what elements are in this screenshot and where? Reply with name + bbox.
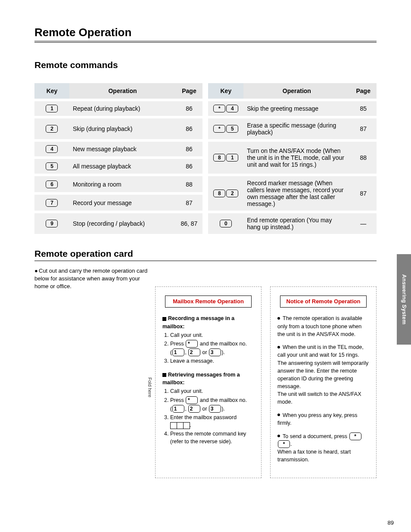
list-item: 1. Call your unit. <box>162 387 254 395</box>
key-icon: * <box>213 125 225 133</box>
key-icon: 6 <box>46 180 58 188</box>
list-item: (1, 2 or 3). <box>162 405 254 413</box>
list-item: 2. Press * and the mailbox no. <box>162 396 254 404</box>
key-icon: 8 <box>213 154 225 162</box>
list-item: 3. Leave a message. <box>162 357 254 365</box>
key-icon: 1 <box>172 405 184 413</box>
fold-here-label: Fold here <box>146 377 153 397</box>
notice-item: When the unit is in the TEL mode, call y… <box>277 343 369 406</box>
card-rule <box>34 261 377 261</box>
star-key-icon: * <box>186 396 198 404</box>
key-icon: 7 <box>46 199 58 207</box>
key-icon: 1 <box>46 105 58 112</box>
bullet-icon <box>277 346 280 348</box>
op-cell: Skip (during playback) <box>69 117 176 140</box>
key-icon: 2 <box>46 125 58 133</box>
retrieving-heading: Retrieving messages from a mailbox: <box>162 372 240 386</box>
page-cell: 85 <box>350 100 377 117</box>
key-icon: * <box>213 105 225 112</box>
page-cell: 86 <box>176 158 202 175</box>
card-note: ●Cut out and carry the remote operation … <box>34 267 151 291</box>
key-icon: 1 <box>172 348 184 356</box>
op-cell: Erase a specific message (during playbac… <box>243 117 350 140</box>
page-cell: 86 <box>176 117 202 140</box>
op-cell: Record marker message (When callers leav… <box>243 175 350 212</box>
page-cell: 86 <box>176 140 202 158</box>
page-number: 89 <box>388 520 394 526</box>
title-rule <box>34 41 377 43</box>
page-cell: 86, 87 <box>176 212 202 234</box>
op-cell: Stop (recording / playback) <box>69 212 176 234</box>
page-cell: 87 <box>350 117 377 140</box>
section-tab: Answering System <box>397 254 411 345</box>
key-icon: 1 <box>226 154 238 162</box>
op-cell: All message playback <box>69 158 176 175</box>
op-cell: End remote operation (You may hang up in… <box>243 212 350 234</box>
key-icon: 8 <box>213 190 225 197</box>
mailbox-remote-card: Fold here Mailbox Remote Operation Recor… <box>155 286 262 478</box>
th-op: Operation <box>69 83 176 100</box>
op-cell: Record your message <box>69 193 176 212</box>
commands-title: Remote commands <box>34 60 377 70</box>
password-boxes-icon <box>176 421 190 429</box>
list-item: 3. Enter the mailbox password . <box>162 414 254 429</box>
card-section-title: Remote operation card <box>34 249 377 259</box>
bullet-icon <box>277 317 280 320</box>
page-title: Remote Operation <box>34 26 377 39</box>
page-cell: 86 <box>176 100 202 117</box>
key-icon: 4 <box>46 145 58 153</box>
notice-card-title: Notice of Remote Operation <box>280 296 367 308</box>
th-op-2: Operation <box>243 83 350 100</box>
th-key: Key <box>34 83 69 100</box>
notice-item: To send a document, press **.When a fax … <box>277 432 369 464</box>
star-key-icon: * <box>278 440 290 448</box>
star-key-icon: * <box>186 340 198 348</box>
page-cell: 87 <box>176 193 202 212</box>
list-item: 1. Call your unit. <box>162 331 254 339</box>
th-page-2: Page <box>350 83 377 100</box>
square-bullet-icon <box>162 317 166 321</box>
square-bullet-icon <box>162 373 166 377</box>
key-icon: 2 <box>188 348 200 356</box>
op-cell: Turn on the ANS/FAX mode (When the unit … <box>243 140 350 175</box>
star-key-icon: * <box>349 432 361 440</box>
key-icon: 4 <box>226 105 238 112</box>
remote-commands-table: Key Operation Page Key Operation Page 1 … <box>34 83 377 234</box>
mailbox-card-title: Mailbox Remote Operation <box>165 296 252 308</box>
key-icon: 5 <box>46 162 58 170</box>
key-icon: 0 <box>220 220 232 227</box>
bullet-icon <box>277 414 280 416</box>
key-icon: 3 <box>209 348 221 356</box>
recording-heading: Recording a message in a mailbox: <box>162 315 234 329</box>
list-item: 2. Press * and the mailbox no. <box>162 340 254 348</box>
key-icon: 3 <box>209 405 221 413</box>
list-item: 4. Press the remote command key (refer t… <box>162 430 254 445</box>
op-cell: Repeat (during playback) <box>69 100 176 117</box>
notice-remote-card: Notice of Remote Operation The remote op… <box>270 286 377 478</box>
notice-item: The remote operation is available only f… <box>277 314 369 338</box>
page-cell: — <box>350 212 377 234</box>
notice-item: When you press any key, press firmly. <box>277 411 369 427</box>
bullet-icon <box>277 435 280 437</box>
key-icon: 2 <box>188 405 200 413</box>
page-cell: 88 <box>176 175 202 193</box>
key-icon: 9 <box>46 220 58 227</box>
list-item: (1, 2 or 3). <box>162 348 254 356</box>
th-page: Page <box>176 83 202 100</box>
page-cell: 88 <box>350 140 377 175</box>
op-cell: New message playback <box>69 140 176 158</box>
key-icon: 2 <box>226 190 238 197</box>
th-key-2: Key <box>208 83 243 100</box>
page-cell: 87 <box>350 175 377 212</box>
op-cell: Monitoring a room <box>69 175 176 193</box>
op-cell: Skip the greeting message <box>243 100 350 117</box>
key-icon: 5 <box>226 125 238 133</box>
